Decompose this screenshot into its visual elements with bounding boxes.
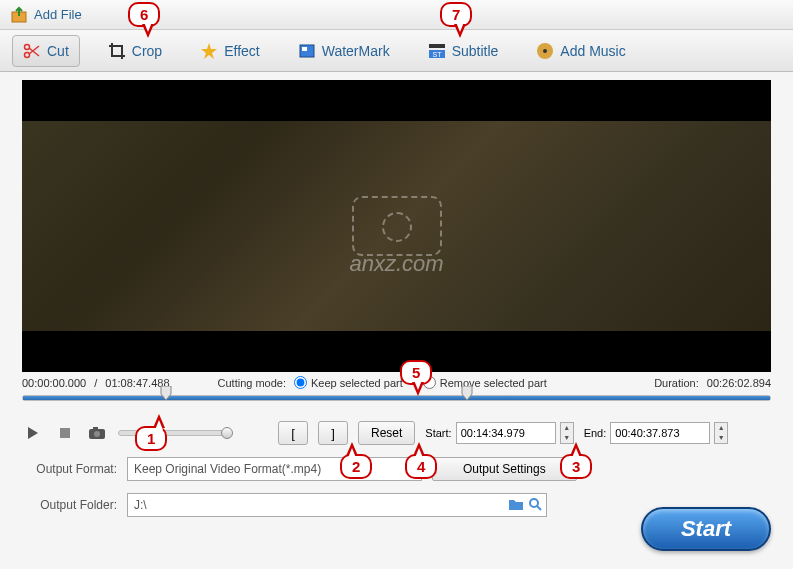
duration-label: Duration: xyxy=(654,377,699,389)
remove-selected-radio[interactable]: Remove selected part xyxy=(423,376,547,389)
mark-out-button[interactable]: ] xyxy=(318,421,348,445)
callout-6: 6 xyxy=(128,2,160,27)
output-settings-button[interactable]: Output Settings xyxy=(432,457,577,481)
callout-5: 5 xyxy=(400,360,432,385)
svg-point-11 xyxy=(94,431,100,437)
folder-search-icon[interactable] xyxy=(528,497,542,514)
tab-add-music-label: Add Music xyxy=(560,43,625,59)
music-icon xyxy=(536,42,554,60)
add-file-label[interactable]: Add File xyxy=(34,7,82,22)
end-time-input[interactable] xyxy=(610,422,710,444)
svg-point-9 xyxy=(543,49,547,53)
tab-cut-label: Cut xyxy=(47,43,69,59)
output-format-label: Output Format: xyxy=(22,462,117,476)
tab-effect-label: Effect xyxy=(224,43,260,59)
folder-browse-icon[interactable] xyxy=(508,497,524,514)
callout-7: 7 xyxy=(440,2,472,27)
stop-button[interactable] xyxy=(54,423,76,443)
output-folder-input[interactable]: J:\ xyxy=(127,493,547,517)
tab-watermark[interactable]: WaterMark xyxy=(288,36,400,66)
svg-point-13 xyxy=(530,499,538,507)
tab-subtitle[interactable]: ST Subtitle xyxy=(418,36,509,66)
output-folder-label: Output Folder: xyxy=(22,498,117,512)
current-time: 00:00:00.000 xyxy=(22,377,86,389)
scissors-icon xyxy=(23,42,41,60)
keep-selected-radio[interactable]: Keep selected part xyxy=(294,376,403,389)
effect-icon xyxy=(200,42,218,60)
playback-controls: [ ] Reset Start: ▲▼ End: ▲▼ xyxy=(0,415,793,451)
reset-button[interactable]: Reset xyxy=(358,421,415,445)
crop-icon xyxy=(108,42,126,60)
watermark-text: anxz.com xyxy=(349,251,443,277)
tab-crop[interactable]: Crop xyxy=(98,36,172,66)
watermark-icon xyxy=(298,42,316,60)
cut-slider[interactable] xyxy=(0,393,793,415)
slider-start-handle[interactable] xyxy=(159,386,173,400)
callout-3: 3 xyxy=(560,454,592,479)
subtitle-icon: ST xyxy=(428,42,446,60)
end-time-spinner[interactable]: ▲▼ xyxy=(714,422,728,444)
start-button[interactable]: Start xyxy=(641,507,771,551)
play-button[interactable] xyxy=(22,423,44,443)
svg-text:ST: ST xyxy=(432,51,442,58)
start-time-input[interactable] xyxy=(456,422,556,444)
tabs-bar: Cut Crop Effect WaterMark ST Subtitle Ad… xyxy=(0,30,793,72)
start-time-spinner[interactable]: ▲▼ xyxy=(560,422,574,444)
time-info-row: 00:00:00.000 / 01:08:47.488 Cutting mode… xyxy=(0,372,793,393)
video-preview[interactable]: anxz.com xyxy=(22,80,771,372)
svg-rect-5 xyxy=(429,44,445,48)
duration-value: 00:26:02.894 xyxy=(707,377,771,389)
preview-area: anxz.com xyxy=(0,72,793,372)
output-format-select[interactable]: Keep Original Video Format(*.mp4) ▼ xyxy=(127,457,422,481)
callout-1: 1 xyxy=(135,426,167,451)
output-format-row: Output Format: Keep Original Video Forma… xyxy=(0,451,793,487)
camera-watermark-icon xyxy=(352,196,442,256)
tab-watermark-label: WaterMark xyxy=(322,43,390,59)
start-time-group: Start: ▲▼ xyxy=(425,422,573,444)
slider-end-handle[interactable] xyxy=(460,386,474,400)
callout-4: 4 xyxy=(405,454,437,479)
tab-crop-label: Crop xyxy=(132,43,162,59)
video-frame: anxz.com xyxy=(22,121,771,331)
tab-cut[interactable]: Cut xyxy=(12,35,80,67)
tab-subtitle-label: Subtitle xyxy=(452,43,499,59)
cutting-mode-label: Cutting mode: xyxy=(218,377,286,389)
svg-rect-4 xyxy=(302,47,307,51)
tab-add-music[interactable]: Add Music xyxy=(526,36,635,66)
mark-in-button[interactable]: [ xyxy=(278,421,308,445)
topbar: Add File xyxy=(0,0,793,30)
snapshot-button[interactable] xyxy=(86,423,108,443)
end-time-group: End: ▲▼ xyxy=(584,422,729,444)
svg-rect-12 xyxy=(93,427,98,430)
callout-2: 2 xyxy=(340,454,372,479)
add-file-icon[interactable] xyxy=(10,6,28,24)
tab-effect[interactable]: Effect xyxy=(190,36,270,66)
